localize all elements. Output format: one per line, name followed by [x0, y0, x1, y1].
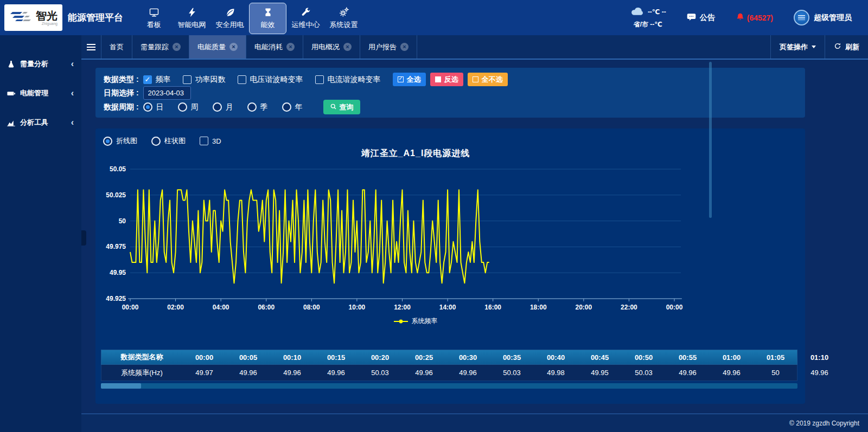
- nav-item-2[interactable]: 智能电网: [173, 3, 210, 34]
- tab-3[interactable]: 电能质量×: [189, 35, 246, 59]
- query-label: 查询: [340, 102, 354, 112]
- caret-down-icon: [812, 46, 816, 48]
- table-cell: 49.96: [710, 365, 754, 381]
- radio-icon: [213, 102, 222, 112]
- flask-icon: [7, 60, 16, 69]
- cloud-icon: [630, 5, 645, 20]
- sidebar-item-1[interactable]: 需量分析‹: [0, 49, 81, 79]
- table-cell: 49.95: [578, 365, 622, 381]
- svg-text:50.05: 50.05: [110, 165, 126, 173]
- nav-item-6[interactable]: 系统设置: [325, 3, 362, 34]
- nav-item-4[interactable]: 能效: [249, 3, 286, 34]
- svg-text:14:00: 14:00: [439, 304, 456, 311]
- nav-item-3[interactable]: 安全用电: [211, 3, 248, 34]
- period-radio-5[interactable]: 年: [282, 102, 303, 112]
- app-root: 智光 Zhiguang 能源管理平台 看板智能电网安全用电能效运维中心系统设置 …: [0, 0, 868, 432]
- table-row-name: 系统频率(Hz): [101, 365, 182, 381]
- query-button[interactable]: 查询: [323, 100, 360, 114]
- nav-item-1[interactable]: 看板: [135, 3, 173, 34]
- svg-text:06:00: 06:00: [258, 304, 275, 311]
- close-icon[interactable]: ×: [173, 43, 181, 51]
- tab-1[interactable]: 首页: [101, 35, 132, 59]
- period-radio-4[interactable]: 季: [247, 102, 268, 112]
- table-cell: 50.03: [622, 365, 666, 381]
- table-header-cell: 00:10: [270, 350, 314, 364]
- announcement-button[interactable]: 公告: [687, 13, 715, 23]
- select-all-button[interactable]: 全选: [393, 73, 426, 86]
- header-right: --℃ -- 省/市 --℃ 公告 (64527) 超级管理员: [630, 5, 868, 30]
- tab-5[interactable]: 用电概况×: [303, 35, 360, 59]
- chart-option-3[interactable]: 3D: [200, 137, 221, 145]
- radio-icon: [151, 137, 161, 146]
- date-input[interactable]: [143, 86, 191, 100]
- type-checkbox-4[interactable]: 电流谐波畸变率: [315, 75, 381, 85]
- refresh-icon: [834, 42, 841, 51]
- user-name: 超级管理员: [814, 13, 852, 23]
- tab-label: 需量跟踪: [141, 42, 169, 52]
- close-icon[interactable]: ×: [343, 43, 352, 51]
- data-type-row: 数据类型 : 频率功率因数电压谐波畸变率电流谐波畸变率 全选 反选 全不选: [104, 73, 797, 86]
- period-radio-3[interactable]: 月: [213, 102, 233, 112]
- tab-6[interactable]: 用户报告×: [360, 35, 417, 59]
- svg-text:08:00: 08:00: [303, 304, 320, 311]
- close-icon[interactable]: ×: [286, 43, 295, 51]
- checkbox-icon: [238, 75, 246, 84]
- chat-icon: [687, 13, 696, 23]
- sidebar-collapse-handle[interactable]: [81, 230, 86, 246]
- filter-panel: 数据类型 : 频率功率因数电压谐波畸变率电流谐波畸变率 全选 反选 全不选 日期…: [95, 68, 805, 118]
- period-radio-2[interactable]: 周: [178, 102, 199, 112]
- refresh-button[interactable]: 刷新: [825, 35, 868, 59]
- table-horizontal-scrollbar[interactable]: [101, 383, 797, 389]
- date-label: 日期选择 :: [104, 88, 139, 98]
- radio-icon: [247, 102, 257, 112]
- chart-panel: 折线图柱状图3D 靖江圣立_A1_I段电源进线 50.0550.0255049.…: [95, 128, 805, 404]
- chart-option-1[interactable]: 折线图: [103, 136, 137, 146]
- table-header-cell: 00:35: [490, 350, 534, 364]
- table-cell: 49.98: [534, 365, 578, 381]
- bell-icon: [736, 12, 745, 23]
- period-label: 数据周期 :: [104, 102, 139, 112]
- checkbox-icon: [315, 75, 324, 84]
- tab-label: 电能质量: [197, 42, 226, 52]
- tab-label: 电能消耗: [254, 42, 283, 52]
- app-header: 智光 Zhiguang 能源管理平台 看板智能电网安全用电能效运维中心系统设置 …: [0, 0, 868, 35]
- nav-item-label: 运维中心: [292, 20, 320, 30]
- type-checkbox-1[interactable]: 频率: [143, 75, 171, 85]
- nav-item-label: 看板: [147, 20, 161, 30]
- svg-text:00:00: 00:00: [122, 304, 139, 311]
- table-header-cell: 00:15: [314, 350, 358, 364]
- svg-text:00:00: 00:00: [666, 304, 683, 311]
- svg-text:04:00: 04:00: [213, 304, 229, 311]
- weather-temp: --℃ --: [648, 7, 666, 17]
- sidebar-item-2[interactable]: 电能管理‹: [0, 79, 81, 108]
- sidebar-item-label: 电能管理: [20, 88, 48, 98]
- scrollbar-thumb[interactable]: [101, 383, 141, 389]
- close-icon[interactable]: ×: [400, 43, 409, 51]
- frequency-line-chart[interactable]: 50.0550.0255049.97549.9549.92500:0002:00…: [100, 158, 794, 320]
- area-chart-icon: [7, 118, 16, 127]
- sidebar-item-3[interactable]: 分析工具‹: [0, 108, 81, 137]
- chart-legend[interactable]: 系统频率: [117, 317, 714, 326]
- tab-2[interactable]: 需量跟踪×: [132, 35, 189, 59]
- chart-option-2[interactable]: 柱状图: [151, 136, 186, 146]
- close-icon[interactable]: ×: [229, 43, 238, 51]
- tab-4[interactable]: 电能消耗×: [246, 35, 303, 59]
- type-checkbox-label: 功率因数: [195, 75, 226, 85]
- nav-item-5[interactable]: 运维中心: [287, 3, 324, 34]
- period-radio-1[interactable]: 日: [143, 102, 164, 112]
- table-cell: 49.96: [270, 365, 314, 381]
- type-checkbox-2[interactable]: 功率因数: [183, 75, 226, 85]
- type-checkbox-3[interactable]: 电压谐波畸变率: [238, 75, 303, 85]
- tab-label: 首页: [110, 42, 124, 52]
- select-all-label: 全选: [407, 75, 421, 85]
- alerts-button[interactable]: (64527): [736, 12, 773, 23]
- invert-selection-button[interactable]: 反选: [430, 73, 463, 86]
- tab-operations-dropdown[interactable]: 页签操作: [770, 35, 825, 59]
- select-none-button[interactable]: 全不选: [468, 73, 508, 86]
- svg-text:16:00: 16:00: [484, 304, 501, 311]
- user-menu[interactable]: 超级管理员: [794, 10, 852, 25]
- legend-label: 系统频率: [412, 317, 438, 326]
- checkbox-icon: [183, 75, 192, 84]
- vertical-scrollbar[interactable]: [709, 62, 712, 218]
- sidebar-toggle-button[interactable]: [81, 35, 101, 59]
